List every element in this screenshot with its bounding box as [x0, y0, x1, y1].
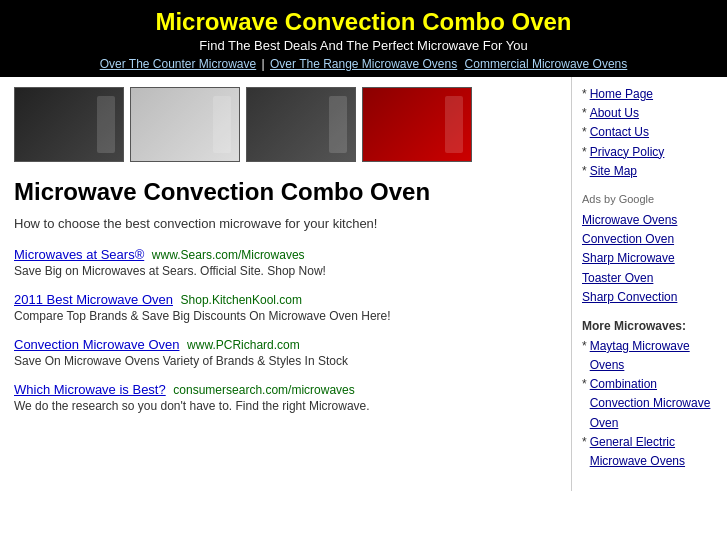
ad-listings: Microwaves at Sears® www.Sears.com/Micro…	[14, 247, 557, 413]
sidebar-bullet-4: *	[582, 143, 587, 162]
ad-title-3[interactable]: Convection Microwave Oven	[14, 337, 179, 352]
nav-range-link[interactable]: Over The Range Microwave Ovens	[270, 57, 457, 71]
sidebar-nav-link-2[interactable]: About Us	[590, 104, 639, 123]
sidebar-google-ad-1[interactable]: Microwave Ovens	[582, 211, 717, 230]
sidebar-nav-item-5: * Site Map	[582, 162, 717, 181]
site-tagline: Find The Best Deals And The Perfect Micr…	[4, 38, 723, 53]
ad-title-4[interactable]: Which Microwave is Best?	[14, 382, 166, 397]
more-link-1[interactable]: Maytag Microwave Ovens	[590, 337, 717, 375]
main-content: Microwave Convection Combo Oven How to c…	[0, 77, 572, 491]
sidebar-nav-item-2: * About Us	[582, 104, 717, 123]
sidebar-google-ad-2[interactable]: Convection Oven	[582, 230, 717, 249]
sidebar-ad-links: Microwave OvensConvection OvenSharp Micr…	[582, 211, 717, 307]
ad-desc-2: Compare Top Brands & Save Big Discounts …	[14, 309, 557, 323]
microwave-image-2	[130, 87, 240, 162]
sidebar-nav-link-5[interactable]: Site Map	[590, 162, 637, 181]
ad-desc-3: Save On Microwave Ovens Variety of Brand…	[14, 354, 557, 368]
ad-url-3: www.PCRichard.com	[187, 338, 300, 352]
page-layout: Microwave Convection Combo Oven How to c…	[0, 77, 727, 491]
sidebar-more-item-3: * General Electric Microwave Ovens	[582, 433, 717, 471]
microwave-image-3	[246, 87, 356, 162]
site-title: Microwave Convection Combo Oven	[4, 8, 723, 36]
ad-desc-4: We do the research so you don't have to.…	[14, 399, 557, 413]
more-bullet-3: *	[582, 433, 587, 452]
sidebar-nav-item-4: * Privacy Policy	[582, 143, 717, 162]
sidebar-bullet-1: *	[582, 85, 587, 104]
site-header: Microwave Convection Combo Oven Find The…	[0, 0, 727, 77]
ad-listing-3: Convection Microwave Oven www.PCRichard.…	[14, 337, 557, 368]
sidebar-ads: Ads by Google Microwave OvensConvection …	[582, 193, 717, 307]
more-link-3[interactable]: General Electric Microwave Ovens	[590, 433, 717, 471]
more-link-2[interactable]: Combination Convection Microwave Oven	[590, 375, 717, 433]
ads-by-google-label: Ads by Google	[582, 193, 717, 205]
sidebar-nav-link-3[interactable]: Contact Us	[590, 123, 649, 142]
ad-listing-1: Microwaves at Sears® www.Sears.com/Micro…	[14, 247, 557, 278]
sidebar: * Home Page * About Us * Contact Us * Pr…	[572, 77, 727, 491]
more-bullet-1: *	[582, 337, 587, 356]
header-nav: Over The Counter Microwave | Over The Ra…	[4, 57, 723, 71]
page-title: Microwave Convection Combo Oven	[14, 178, 557, 206]
sidebar-more-item-2: * Combination Convection Microwave Oven	[582, 375, 717, 433]
ad-url-2: Shop.KitchenKool.com	[181, 293, 302, 307]
sidebar-google-ad-5[interactable]: Sharp Convection	[582, 288, 717, 307]
sidebar-google-ad-4[interactable]: Toaster Oven	[582, 269, 717, 288]
microwave-image-4	[362, 87, 472, 162]
sidebar-more: More Microwaves: * Maytag Microwave Oven…	[582, 319, 717, 471]
sidebar-nav-link-1[interactable]: Home Page	[590, 85, 653, 104]
sidebar-more-item-1: * Maytag Microwave Ovens	[582, 337, 717, 375]
ad-desc-1: Save Big on Microwaves at Sears. Officia…	[14, 264, 557, 278]
more-label: More Microwaves:	[582, 319, 717, 333]
more-bullet-2: *	[582, 375, 587, 394]
ad-url-1: www.Sears.com/Microwaves	[152, 248, 305, 262]
ad-listing-2: 2011 Best Microwave Oven Shop.KitchenKoo…	[14, 292, 557, 323]
sidebar-bullet-2: *	[582, 104, 587, 123]
sidebar-nav-item-3: * Contact Us	[582, 123, 717, 142]
sidebar-nav-item-1: * Home Page	[582, 85, 717, 104]
sidebar-bullet-5: *	[582, 162, 587, 181]
page-subtitle: How to choose the best convection microw…	[14, 216, 557, 231]
nav-commercial-link[interactable]: Commercial Microwave Ovens	[465, 57, 628, 71]
ad-title-2[interactable]: 2011 Best Microwave Oven	[14, 292, 173, 307]
microwave-image-1	[14, 87, 124, 162]
images-row	[14, 87, 557, 162]
sidebar-nav-link-4[interactable]: Privacy Policy	[590, 143, 665, 162]
nav-separator: |	[262, 57, 265, 71]
ad-title-1[interactable]: Microwaves at Sears®	[14, 247, 144, 262]
sidebar-bullet-3: *	[582, 123, 587, 142]
sidebar-google-ad-3[interactable]: Sharp Microwave	[582, 249, 717, 268]
nav-counter-link[interactable]: Over The Counter Microwave	[100, 57, 257, 71]
sidebar-more-links: * Maytag Microwave Ovens * Combination C…	[582, 337, 717, 471]
sidebar-nav: * Home Page * About Us * Contact Us * Pr…	[582, 85, 717, 181]
ad-listing-4: Which Microwave is Best? consumersearch.…	[14, 382, 557, 413]
ad-url-4: consumersearch.com/microwaves	[173, 383, 354, 397]
